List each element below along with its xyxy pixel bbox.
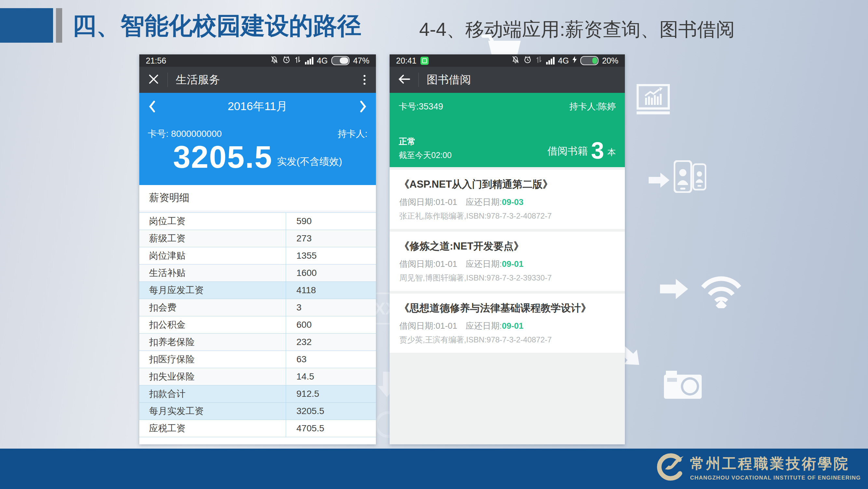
school-emblem-icon bbox=[655, 452, 685, 483]
row-label: 每月实发工资 bbox=[139, 403, 286, 420]
table-row: 岗位工资590 bbox=[139, 213, 376, 230]
monitor-chart-icon bbox=[637, 84, 670, 115]
title-accent-bar bbox=[56, 8, 62, 43]
row-value: 1355 bbox=[286, 247, 376, 264]
arrow-right-icon bbox=[649, 173, 670, 188]
slide: 四、智能化校园建设的路径 4-4、移动端应用:薪资查询、图书借阅 bbox=[0, 0, 868, 489]
table-row: 每月实发工资3205.5 bbox=[139, 403, 376, 420]
book-list: 《ASP.NET从入门到精通第二版》借阅日期:01-01 应还日期:09-03张… bbox=[390, 167, 625, 444]
row-value: 14.5 bbox=[286, 368, 376, 385]
network-type: 4G bbox=[558, 56, 569, 65]
row-label: 扣款合计 bbox=[139, 385, 286, 402]
wifi-icon bbox=[701, 274, 742, 308]
table-row: 每月应发工资4118 bbox=[139, 282, 376, 299]
month-label: 2016年11月 bbox=[156, 99, 359, 114]
row-value: 273 bbox=[286, 230, 376, 247]
card-holder-label: 持卡人: bbox=[338, 128, 367, 140]
row-label: 扣失业保险 bbox=[139, 368, 286, 385]
battery-percent: 20% bbox=[602, 56, 618, 65]
row-label: 生活补贴 bbox=[139, 264, 286, 282]
row-value: 4705.5 bbox=[286, 420, 376, 437]
row-label: 扣会费 bbox=[139, 299, 286, 316]
app-notification-icon bbox=[421, 57, 429, 65]
battery-percent: 47% bbox=[353, 56, 369, 65]
list-item[interactable]: 《修炼之道:NET开发要点》借阅日期:01-01 应还日期:09-01周见智,博… bbox=[390, 232, 625, 291]
card-number: 卡号:35349 bbox=[399, 101, 443, 112]
menu-icon[interactable] bbox=[362, 73, 367, 87]
row-label: 扣公积金 bbox=[139, 316, 286, 333]
table-row: 扣公积金600 bbox=[139, 316, 376, 334]
deadline-text: 截至今天02:00 bbox=[399, 150, 452, 161]
battery-icon bbox=[580, 56, 598, 65]
table-row: 扣医疗保险63 bbox=[139, 351, 376, 368]
table-row: 薪级工资273 bbox=[139, 230, 376, 247]
back-icon[interactable] bbox=[398, 74, 410, 86]
school-name-cn: 常州工程職業技術學院 bbox=[690, 454, 861, 473]
row-label: 岗位津贴 bbox=[139, 247, 286, 264]
row-label: 薪级工资 bbox=[139, 230, 286, 247]
nav-title: 生活服务 bbox=[176, 72, 220, 87]
list-item[interactable]: 《思想道德修养与法律基础课程教学设计》借阅日期:01-01 应还日期:09-01… bbox=[390, 293, 625, 353]
signal-icon bbox=[305, 57, 313, 64]
footer-band: 常州工程職業技術學院 CHANGZHOU VOCATIONAL INSTITUT… bbox=[0, 449, 868, 489]
nav-bar: 图书借阅 bbox=[390, 67, 625, 93]
school-name-en: CHANGZHOU VOCATIONAL INSTITUTE OF ENGINE… bbox=[690, 474, 861, 481]
row-value: 63 bbox=[286, 351, 376, 368]
salary-summary-card: 2016年11月 卡号: 8000000000 持卡人: 3205.5 实发(不… bbox=[139, 93, 376, 185]
row-value: 1600 bbox=[286, 264, 376, 282]
book-dates: 借阅日期:01-01 应还日期:09-03 bbox=[399, 197, 615, 208]
network-type: 4G bbox=[317, 56, 328, 65]
mute-icon bbox=[511, 55, 520, 66]
signal-icon bbox=[546, 57, 555, 64]
mute-icon bbox=[270, 55, 279, 66]
row-value: 3 bbox=[286, 299, 376, 316]
row-label: 应税工资 bbox=[139, 420, 286, 437]
school-logo: 常州工程職業技術學院 CHANGZHOU VOCATIONAL INSTITUT… bbox=[655, 452, 861, 483]
borrow-count-label: 借阅书籍 bbox=[548, 144, 588, 161]
title-accent-rect bbox=[0, 8, 53, 43]
alarm-icon bbox=[523, 55, 532, 66]
card-holder: 持卡人:陈婷 bbox=[569, 101, 616, 112]
nav-title: 图书借阅 bbox=[427, 72, 471, 87]
table-row: 扣养老保险232 bbox=[139, 334, 376, 351]
table-row: 扣会费3 bbox=[139, 299, 376, 316]
borrow-count: 3 bbox=[591, 141, 604, 161]
vibrate-icon bbox=[294, 55, 301, 66]
net-salary-amount: 3205.5 bbox=[173, 141, 273, 174]
status-bar: 21:56 4G 47% bbox=[139, 54, 376, 67]
close-icon[interactable] bbox=[148, 73, 159, 86]
row-value: 912.5 bbox=[286, 385, 376, 402]
status-time: 21:56 bbox=[146, 56, 166, 65]
book-isbn: 张正礼,陈作聪编著,ISBN:978-7-3-2-40872-7 bbox=[399, 211, 615, 221]
page-subtitle: 4-4、移动端应用:薪资查询、图书借阅 bbox=[419, 17, 735, 42]
book-isbn: 周见智,博图轩编著,ISBN:978-7-3-2-39330-7 bbox=[399, 273, 615, 283]
next-month-icon[interactable] bbox=[359, 100, 367, 113]
book-dates: 借阅日期:01-01 应还日期:09-01 bbox=[399, 258, 615, 270]
battery-icon bbox=[331, 56, 349, 65]
book-dates: 借阅日期:01-01 应还日期:09-01 bbox=[399, 320, 615, 332]
borrow-count-unit: 本 bbox=[607, 147, 616, 161]
row-label: 扣医疗保险 bbox=[139, 351, 286, 368]
library-card-summary: 卡号:35349 持卡人:陈婷 正常 截至今天02:00 借阅书籍 3 本 bbox=[390, 93, 625, 167]
arrow-right-icon bbox=[659, 279, 689, 299]
camera-icon bbox=[663, 370, 702, 399]
row-value: 4118 bbox=[286, 282, 376, 299]
row-value: 600 bbox=[286, 316, 376, 333]
nav-separator bbox=[167, 73, 168, 87]
salary-app-screenshot: 21:56 4G 47% 生活服务 2016年11月 bbox=[139, 54, 376, 444]
status-badge: 正常 bbox=[399, 136, 452, 147]
salary-table: 岗位工资590薪级工资273岗位津贴1355生活补贴1600每月应发工资4118… bbox=[139, 212, 376, 437]
book-title: 《ASP.NET从入门到精通第二版》 bbox=[399, 177, 615, 191]
table-row: 生活补贴1600 bbox=[139, 264, 376, 282]
book-title: 《修炼之道:NET开发要点》 bbox=[399, 239, 615, 253]
nav-bar: 生活服务 bbox=[139, 67, 376, 93]
table-row: 应税工资4705.5 bbox=[139, 420, 376, 437]
salary-detail-section-title: 薪资明细 bbox=[139, 185, 376, 212]
row-label: 岗位工资 bbox=[139, 213, 286, 230]
due-date: 09-01 bbox=[502, 321, 524, 331]
list-item[interactable]: 《ASP.NET从入门到精通第二版》借阅日期:01-01 应还日期:09-03张… bbox=[390, 170, 625, 229]
prev-month-icon[interactable] bbox=[148, 100, 156, 113]
row-value: 232 bbox=[286, 334, 376, 350]
nav-separator bbox=[418, 73, 419, 87]
due-date: 09-03 bbox=[502, 197, 524, 207]
